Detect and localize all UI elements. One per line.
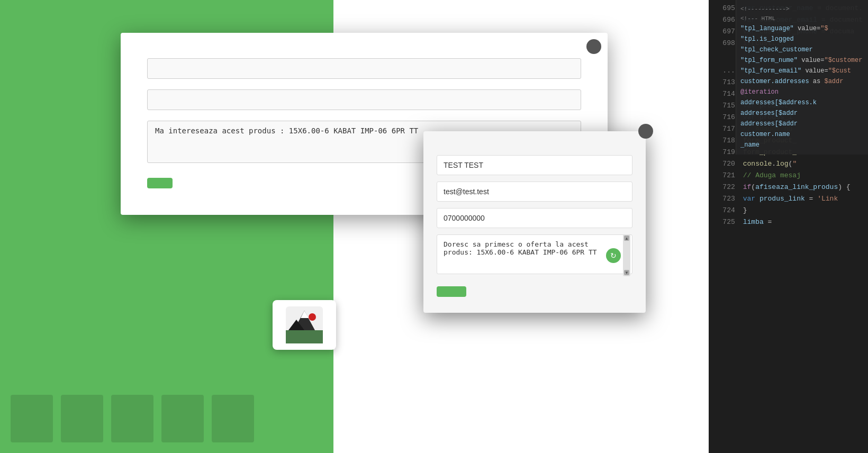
- svg-point-4: [309, 313, 316, 321]
- oferta-scrollbar: ▲ ▼: [623, 234, 630, 276]
- thumb-4: [161, 395, 204, 442]
- cere-oferta-modal: ↻ ▲ ▼: [423, 131, 646, 313]
- oferta-email-input[interactable]: [437, 182, 632, 202]
- oferta-message-textarea[interactable]: [437, 234, 632, 274]
- thumb-2: [61, 395, 103, 442]
- scrollbar-down-button[interactable]: ▼: [624, 270, 629, 275]
- oferta-modal-close-button[interactable]: [638, 124, 653, 139]
- main-submit-button[interactable]: [147, 178, 173, 188]
- name-input[interactable]: [147, 58, 581, 79]
- oferta-message-wrapper: ↻ ▲ ▼: [437, 234, 632, 276]
- code-editor-background: 695var customer_name = document. 696var …: [709, 0, 868, 453]
- oferta-refresh-button[interactable]: ↻: [606, 248, 621, 263]
- scrollbar-up-button[interactable]: ▲: [624, 235, 629, 241]
- oferta-submit-button[interactable]: [437, 286, 466, 297]
- name-form-group: [147, 58, 581, 79]
- oferta-name-input[interactable]: [437, 155, 632, 175]
- svg-rect-5: [286, 330, 323, 343]
- main-modal-close-button[interactable]: [586, 39, 601, 54]
- oferta-phone-input[interactable]: [437, 208, 632, 228]
- mountain-icon: [286, 306, 323, 343]
- phone-input[interactable]: [147, 89, 581, 110]
- thumb-3: [111, 395, 153, 442]
- refresh-icon: ↻: [610, 251, 617, 260]
- contact-form-7-widget: [273, 300, 336, 350]
- thumb-5: [212, 395, 254, 442]
- thumb-1: [11, 395, 53, 442]
- phone-form-group: [147, 89, 581, 110]
